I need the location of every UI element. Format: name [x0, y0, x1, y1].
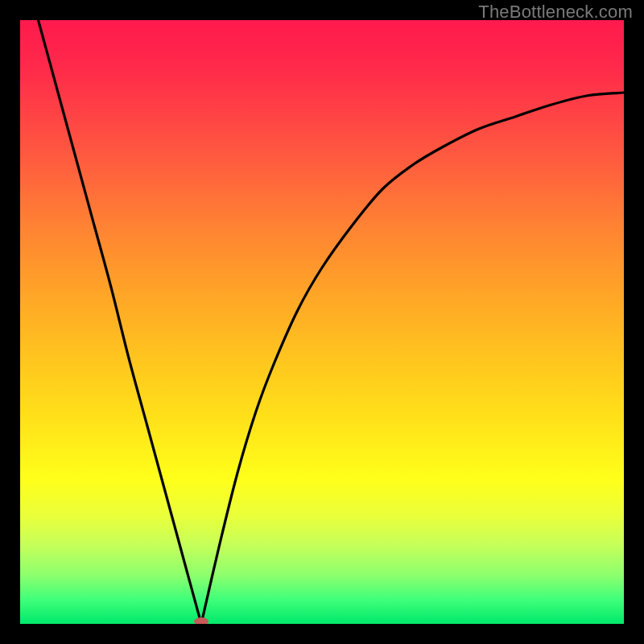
curve-layer	[20, 20, 624, 624]
plot-area	[20, 20, 624, 624]
watermark-text: TheBottleneck.com	[478, 2, 633, 23]
chart-frame: TheBottleneck.com	[0, 0, 644, 644]
minimum-marker	[194, 617, 208, 624]
bottleneck-curve	[39, 20, 625, 624]
